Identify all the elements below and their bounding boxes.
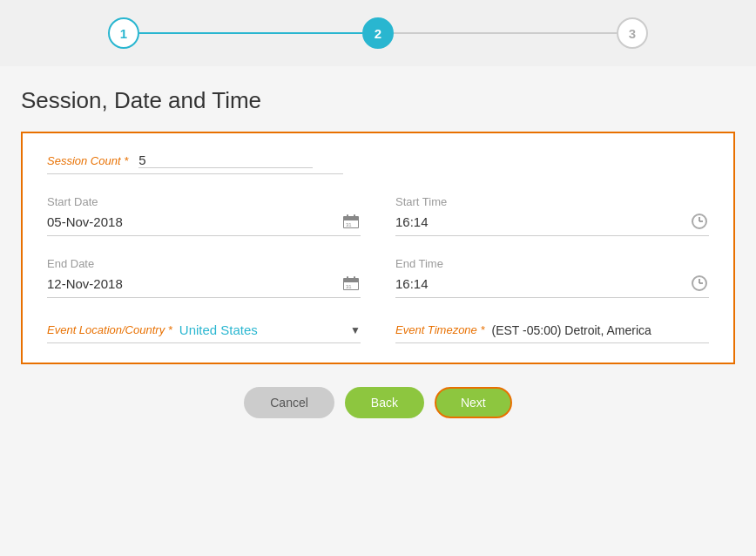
svg-rect-3 (354, 214, 355, 218)
main-content: Session, Date and Time Session Count * S… (21, 66, 735, 432)
end-date-group: End Date 12-Nov-2018 31 (47, 257, 361, 298)
location-value: United States (179, 322, 350, 337)
end-time-clock-icon[interactable] (690, 274, 709, 293)
step-line-2 (394, 32, 617, 34)
cancel-button[interactable]: Cancel (244, 387, 334, 418)
step-line-1 (139, 32, 362, 34)
end-date-label: End Date (47, 257, 361, 270)
buttons-row: Cancel Back Next (21, 387, 735, 418)
svg-rect-11 (347, 276, 348, 280)
stepper: 1 2 3 (108, 17, 648, 49)
end-date-calendar-icon[interactable]: 31 (341, 274, 361, 293)
svg-rect-13 (344, 281, 358, 282)
svg-text:31: 31 (346, 284, 352, 289)
end-time-label: End Time (395, 257, 709, 270)
end-time-value: 16:14 (395, 276, 690, 291)
end-date-value-row: 12-Nov-2018 31 (47, 274, 361, 298)
svg-rect-4 (344, 219, 358, 220)
start-date-label: Start Date (47, 195, 361, 208)
start-date-value: 05-Nov-2018 (47, 214, 341, 229)
end-time-group: End Time 16:14 (395, 257, 709, 298)
timezone-field: Event Timezone * (EST -05:00) Detroit, A… (395, 323, 709, 343)
location-timezone-row: Event Location/Country * United States ▼… (47, 322, 709, 343)
location-label: Event Location/Country * (47, 323, 172, 336)
form-card: Session Count * Start Date 05-Nov-2018 (21, 132, 735, 364)
location-field: Event Location/Country * United States ▼ (47, 322, 361, 343)
date-time-row-1: Start Date 05-Nov-2018 31 (47, 185, 709, 247)
end-date-value: 12-Nov-2018 (47, 276, 341, 291)
step-3[interactable]: 3 (617, 17, 648, 49)
location-dropdown-arrow[interactable]: ▼ (350, 324, 361, 336)
next-button[interactable]: Next (435, 387, 512, 418)
start-date-value-row: 05-Nov-2018 31 (47, 212, 361, 236)
start-date-calendar-icon[interactable]: 31 (341, 212, 361, 231)
svg-rect-12 (354, 276, 355, 280)
back-button[interactable]: Back (345, 387, 424, 418)
timezone-value: (EST -05:00) Detroit, America (492, 323, 651, 337)
page-title: Session, Date and Time (21, 87, 735, 114)
step-2[interactable]: 2 (362, 17, 394, 49)
start-time-value-row: 16:14 (395, 212, 709, 236)
svg-text:31: 31 (346, 222, 352, 227)
timezone-label: Event Timezone * (395, 323, 485, 336)
stepper-container: 1 2 3 (0, 0, 756, 66)
session-count-underline (47, 173, 343, 174)
session-count-label: Session Count * (47, 154, 128, 167)
end-time-value-row: 16:14 (395, 274, 709, 298)
start-date-group: Start Date 05-Nov-2018 31 (47, 195, 361, 236)
date-time-row-2: End Date 12-Nov-2018 31 (47, 247, 709, 309)
session-count-input[interactable] (138, 153, 313, 168)
start-time-label: Start Time (395, 195, 709, 208)
start-time-group: Start Time 16:14 (395, 195, 709, 236)
svg-rect-2 (347, 214, 348, 218)
step-1[interactable]: 1 (108, 17, 139, 49)
start-time-value: 16:14 (395, 214, 690, 229)
start-time-clock-icon[interactable] (690, 212, 709, 231)
session-count-row: Session Count * (47, 153, 709, 168)
